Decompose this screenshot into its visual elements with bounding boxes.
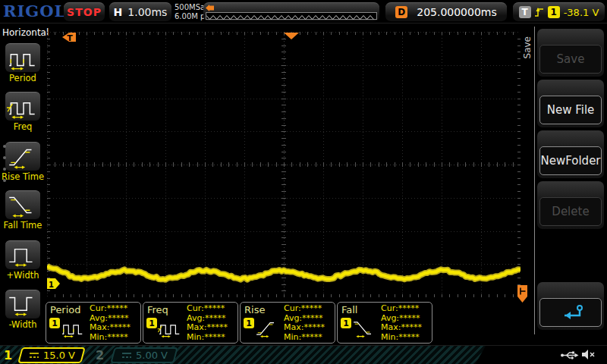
menu-item-save[interactable]: Save xyxy=(537,29,604,77)
minus-width-icon xyxy=(5,290,40,319)
menu-item-new-folder[interactable]: NewFolder xyxy=(537,130,604,178)
timebase-box: H 1.00ms xyxy=(109,2,171,21)
left-measure-menu: Horizontal Period Freq Rise Time Fa xyxy=(0,24,46,345)
measurement-row: Period 1 Cur:***** Avg:***** Max:***** M… xyxy=(46,302,432,344)
channel-2-number: 2 xyxy=(96,348,104,362)
measurement-period: Period 1 Cur:***** Avg:***** Max:***** M… xyxy=(46,302,141,344)
rise-time-icon xyxy=(253,316,281,340)
menu-scroll-dots xyxy=(3,145,6,190)
channel-1-status[interactable]: 15.0 V xyxy=(17,347,86,363)
right-soft-menu: Save New File NewFolder Delete xyxy=(531,24,607,345)
timebase-value: 1.00ms xyxy=(127,6,167,18)
horizontal-badge: H xyxy=(114,6,123,18)
plus-width-icon xyxy=(5,241,40,270)
dc-coupling-icon xyxy=(121,352,132,359)
dc-coupling-icon xyxy=(29,352,39,359)
menu-item-delete[interactable]: Delete xyxy=(537,181,604,229)
menu-item-rise-time[interactable]: Rise Time xyxy=(0,142,46,182)
measurement-fall: Fall 1 Cur:***** Avg:***** Max:***** Min… xyxy=(337,302,432,344)
memory-position-bar[interactable] xyxy=(203,2,379,21)
menu-item-minus-width[interactable]: -Width xyxy=(0,290,46,330)
trigger-badge: T xyxy=(519,6,531,18)
svg-text:1: 1 xyxy=(49,281,54,289)
svg-text:T: T xyxy=(67,33,73,43)
rise-time-icon xyxy=(5,143,40,171)
speaker-muted-icon xyxy=(581,349,595,361)
run-state-label: STOP xyxy=(67,6,102,18)
delay-readout-box: D 205.000000ms xyxy=(385,2,507,21)
freq-icon xyxy=(5,93,40,121)
menu-item-freq[interactable]: Freq xyxy=(0,92,46,132)
fall-time-icon xyxy=(5,191,40,220)
period-icon xyxy=(59,316,86,340)
measurement-rise: Rise 1 Cur:***** Avg:***** Max:***** Min… xyxy=(240,302,335,344)
rising-edge-icon xyxy=(535,7,544,18)
preview-wave-svg xyxy=(206,13,375,21)
run-stop-indicator[interactable]: STOP xyxy=(64,2,105,21)
memory-left-arrow-icon xyxy=(206,5,215,11)
channel-badge: 1 xyxy=(341,318,351,328)
freq-icon xyxy=(156,316,184,340)
menu-item-period[interactable]: Period xyxy=(0,43,46,83)
fall-time-icon xyxy=(351,316,378,340)
delay-value: 205.000000ms xyxy=(417,6,497,18)
trigger-source-badge: 1 xyxy=(548,6,560,18)
measurement-freq: Freq 1 Cur:***** Avg:***** Max:***** Min… xyxy=(143,302,238,344)
channel-badge: 1 xyxy=(49,318,60,328)
memory-waveform-strip xyxy=(206,12,377,20)
usb-icon xyxy=(560,350,579,360)
graticule-svg: T1 xyxy=(47,32,521,297)
graticule: T1 xyxy=(47,32,521,297)
channel-1-number: 1 xyxy=(4,348,12,362)
menu-item-plus-width[interactable]: +Width xyxy=(0,240,46,281)
channel-badge: 1 xyxy=(146,318,157,328)
trigger-level-value: -38.1 V xyxy=(564,7,599,18)
return-arrow-icon xyxy=(555,303,586,322)
menu-divider xyxy=(534,27,535,334)
trigger-readout-box: T 1 -38.1 V xyxy=(513,2,605,21)
delay-badge: D xyxy=(395,6,407,18)
top-status-bar: RIGOL STOP H 1.00ms 500MSa/s 6.00M pts D… xyxy=(0,0,607,24)
left-menu-title: Horizontal xyxy=(0,24,46,38)
rigol-logo: RIGOL xyxy=(3,2,66,20)
menu-item-new-file[interactable]: New File xyxy=(537,80,604,127)
channel-2-status[interactable]: 5.00 V xyxy=(110,347,178,363)
menu-item-back[interactable] xyxy=(537,282,604,330)
channel-badge: 1 xyxy=(244,318,254,328)
channel-status-bar: 1 15.0 V 2 5.00 V xyxy=(0,345,607,364)
trigger-level-marker[interactable] xyxy=(517,285,528,303)
menu-item-fall-time[interactable]: Fall Time xyxy=(0,190,46,231)
period-icon xyxy=(5,44,40,73)
